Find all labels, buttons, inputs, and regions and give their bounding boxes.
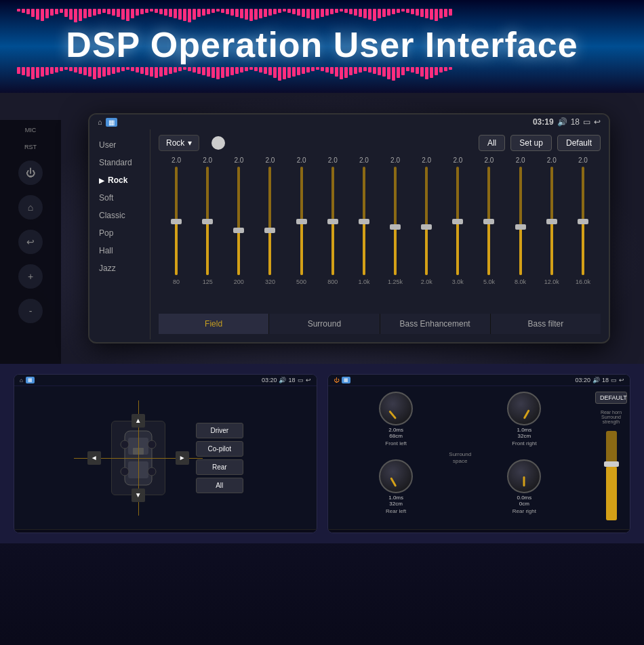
vol-up-button[interactable]: + [18, 264, 43, 289]
band-label-500: 500 [296, 278, 306, 285]
band-thumb-125[interactable] [202, 219, 213, 224]
surround-right-panel: DEFAULT Rear hornSurroundstrength [592, 386, 630, 529]
band-value-3.0k: 2.0 [453, 157, 462, 164]
preset-dropdown[interactable]: Rock ▾ [159, 135, 199, 151]
band-slider-container-1.0k[interactable] [358, 167, 370, 275]
band-thumb-5.0k[interactable] [483, 219, 494, 224]
band-thumb-500[interactable] [296, 219, 307, 224]
band-thumb-800[interactable] [327, 219, 338, 224]
arrow-down-button[interactable]: ▼ [132, 488, 145, 502]
band-slider-container-125[interactable] [201, 167, 214, 275]
knob-front-left: 2.0ms68cm Front left [334, 392, 459, 457]
band-thumb-8.0k[interactable] [515, 224, 526, 230]
band-slider-container-80[interactable] [170, 167, 182, 275]
sub-left-vol: 18 [288, 377, 295, 383]
svg-point-4 [148, 440, 156, 449]
arrow-left-button[interactable]: ◄ [87, 451, 101, 465]
rear-button[interactable]: Rear [196, 459, 243, 475]
sub-right-tab-field[interactable]: Field [388, 530, 449, 533]
back-button[interactable]: ↩ [18, 230, 43, 254]
preset-label: Rock [166, 138, 184, 148]
band-thumb-12.0k[interactable] [546, 219, 557, 224]
power-button[interactable]: ⏻ [18, 161, 43, 185]
sub-left-tab-bass-enh[interactable]: Bass Enhancement [195, 530, 256, 533]
band-thumb-16.0k[interactable] [578, 219, 588, 224]
band-slider-container-320[interactable] [264, 167, 276, 275]
sidebar-item-jazz[interactable]: Jazz [89, 259, 150, 277]
band-thumb-1.25k[interactable] [390, 224, 401, 230]
band-label-2.0k: 2.0k [421, 278, 432, 285]
band-slider-container-800[interactable] [327, 167, 339, 275]
band-slider-container-2.0k[interactable] [420, 167, 432, 275]
return-icon: ↩ [594, 117, 601, 127]
band-fill-500 [300, 221, 303, 275]
sub-left-tab-bass-filter[interactable]: Bass filter [256, 530, 316, 533]
band-thumb-3.0k[interactable] [452, 219, 463, 224]
status-bar: ⌂ ▦ 03:19 🔊 18 ▭ ↩ [89, 115, 609, 129]
band-slider-container-16.0k[interactable] [577, 167, 589, 275]
band-thumb-2.0k[interactable] [421, 224, 432, 230]
tab-bass-filter[interactable]: Bass filter [491, 314, 601, 334]
eq-band-1.0k: 2.01.0k [350, 157, 378, 285]
default-button[interactable]: Default [557, 135, 601, 151]
slider-thumb[interactable] [604, 461, 619, 467]
all-channel-button[interactable]: All [196, 478, 243, 493]
sub-left-vol-icon: 🔊 [279, 377, 286, 383]
band-slider-container-8.0k[interactable] [515, 167, 527, 275]
band-slider-container-1.25k[interactable] [389, 167, 401, 275]
slider-fill [606, 467, 617, 520]
band-slider-container-500[interactable] [296, 167, 308, 275]
sidebar-item-hall[interactable]: Hall [89, 242, 150, 259]
setup-button[interactable]: Set up [510, 135, 552, 151]
band-slider-container-3.0k[interactable] [451, 167, 464, 275]
band-slider-container-200[interactable] [233, 167, 245, 275]
eq-band-2.0k: 2.02.0k [412, 157, 441, 285]
sub-right-tab-surround[interactable]: Surround [449, 530, 509, 533]
band-thumb-80[interactable] [171, 219, 182, 224]
band-label-125: 125 [203, 278, 213, 285]
sidebar-item-pop[interactable]: Pop [89, 224, 150, 242]
band-label-200: 200 [234, 278, 244, 285]
band-slider-container-5.0k[interactable] [483, 167, 495, 275]
master-knob[interactable] [212, 136, 225, 150]
sub-left-content: ▲ ▼ ◄ ► Driver Co-pilot Rear All [14, 386, 317, 529]
sub-left-tab-field[interactable]: Field [75, 530, 135, 533]
band-thumb-1.0k[interactable] [359, 219, 369, 224]
sub-right-tabs: ||| Field Surround Bass Enhancement Bass… [328, 529, 630, 533]
band-fill-200 [237, 230, 240, 275]
driver-button[interactable]: Driver [196, 423, 243, 438]
top-banner: // Will be generated in JS below DSP Ope… [0, 0, 644, 93]
sub-right-vol-icon: 🔊 [592, 377, 600, 383]
copilot-button[interactable]: Co-pilot [196, 441, 243, 457]
sidebar-item-user[interactable]: User [89, 136, 150, 154]
band-label-16.0k: 16.0k [576, 278, 590, 285]
knob-rear-right-indicator [523, 476, 525, 486]
arrow-up-button[interactable]: ▲ [132, 414, 145, 428]
knob-rear-right: 0.0ms0cm Rear right [462, 459, 587, 524]
all-button[interactable]: All [479, 135, 505, 151]
home-button[interactable]: ⌂ [18, 195, 43, 220]
sub-status-left: ⌂ ▦ 03:20 🔊 18 ▭ ↩ [14, 375, 317, 386]
sidebar-item-rock[interactable]: ▶Rock [89, 171, 150, 189]
tab-bass-enhancement[interactable]: Bass Enhancement [380, 314, 490, 334]
sub-screen-surround: ⏻ ▦ 03:20 🔊 18 ▭ ↩ 2.0ms68cm Front left [327, 374, 631, 533]
sidebar-item-classic[interactable]: Classic [89, 207, 150, 224]
dropdown-arrow: ▾ [188, 138, 192, 148]
surround-strength-slider[interactable] [606, 431, 617, 520]
band-thumb-320[interactable] [264, 228, 275, 233]
sidebar-item-soft[interactable]: Soft [89, 189, 150, 207]
band-fill-1.0k [363, 221, 365, 275]
vol-down-button[interactable]: - [18, 299, 43, 323]
arrow-right-button[interactable]: ► [176, 451, 189, 465]
knob-front-left-label: Front left [385, 440, 407, 446]
sidebar-item-standard[interactable]: Standard [89, 154, 150, 171]
sub-right-tab-bass-filter[interactable]: Bass filter [569, 530, 630, 533]
sub-left-tab-surround[interactable]: Surround [135, 530, 195, 533]
band-thumb-200[interactable] [233, 228, 244, 233]
default-button-surround[interactable]: DEFAULT [595, 392, 627, 404]
knob-front-left-indicator [388, 411, 397, 419]
band-slider-container-12.0k[interactable] [546, 167, 558, 275]
tab-surround[interactable]: Surround [269, 314, 379, 334]
sub-right-tab-bass-enh[interactable]: Bass Enhancement [509, 530, 569, 533]
tab-field[interactable]: Field [159, 314, 268, 334]
